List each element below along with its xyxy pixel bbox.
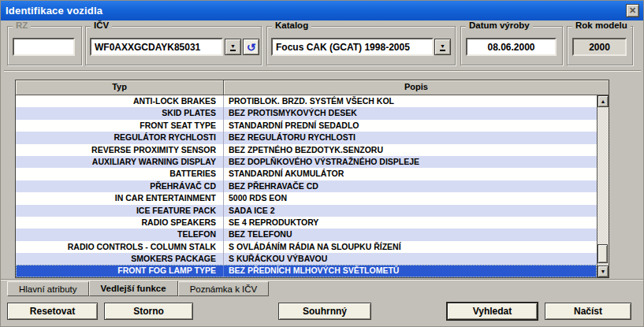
table-row[interactable]: RADIO CONTROLS - COLUMN STALKS OVLÁDÁNÍM…: [16, 241, 597, 253]
scrollbar-thumb[interactable]: [597, 244, 608, 263]
table-row[interactable]: SKID PLATESBEZ PROTISMYKOVÝCH DESEK: [16, 107, 597, 119]
summary-button[interactable]: Souhrnný: [278, 303, 371, 320]
reset-button[interactable]: Resetovat: [7, 303, 98, 320]
table-row[interactable]: SMOKERS PACKAGES KUŘÁCKOU VÝBAVOU: [16, 253, 597, 265]
model-year-value: [572, 38, 627, 56]
scrollbar-track[interactable]: [597, 107, 609, 266]
cell-popis: PROTIBLOK. BRZD. SYSTÉM VŠECH KOL: [224, 95, 597, 107]
cell-typ: BATTERIES: [16, 168, 224, 180]
cell-popis: BEZ DOPLŇKOVÉHO VÝSTRAŽNÉHO DISPLEJE: [224, 156, 597, 168]
cell-typ: IN CAR ENTERTAINMENT: [16, 192, 224, 204]
separator: [4, 70, 641, 72]
cell-popis: BEZ ZPETNÉHO BEZDOTYK.SENZORU: [224, 144, 597, 156]
cell-typ: ANTI-LOCK BRAKES: [16, 95, 224, 107]
katalog-group: Katalog ▼: [266, 26, 456, 65]
model-year-group: Rok modelu: [567, 26, 633, 65]
icv-dropdown-button[interactable]: ▼: [225, 39, 241, 55]
dropdown-arrow-icon: ▼: [440, 43, 445, 51]
table-row[interactable]: TELEFONBEZ TELEFONU: [16, 229, 597, 240]
scroll-up-button[interactable]: ▲: [597, 95, 609, 107]
icv-undo-button[interactable]: ↺: [243, 39, 259, 55]
vertical-scrollbar[interactable]: ▲ ▼: [597, 95, 609, 277]
production-date-label: Datum výroby: [466, 20, 533, 30]
attributes-table: Typ Popis ANTI-LOCK BRAKESPROTIBLOK. BRZ…: [15, 80, 609, 278]
window-title: Identifikace vozidla: [6, 5, 102, 17]
cell-popis: BEZ PŘEHRAVAČE CD: [224, 180, 597, 192]
cell-typ: SMOKERS PACKAGE: [16, 253, 224, 265]
rz-input[interactable]: [13, 38, 75, 56]
cell-typ: PŘEHRÁVAČ CD: [16, 180, 224, 192]
table-row[interactable]: FRONT FOG LAMP TYPEBEZ PŘEDNÍCH MLHOVÝCH…: [16, 265, 597, 277]
cell-popis: STANDARDNÍ AKUMULÁTOR: [224, 168, 597, 180]
cell-typ: FRONT FOG LAMP TYPE: [16, 265, 224, 277]
table-row[interactable]: IN CAR ENTERTAINMENT5000 RDS EON: [16, 192, 597, 204]
icv-input[interactable]: [90, 38, 223, 56]
cell-popis: STANDARDNÍ PREDNÍ SEDADLO: [224, 120, 597, 132]
production-date-group: Datum výroby: [460, 26, 563, 65]
katalog-label: Katalog: [272, 20, 311, 30]
table-body: ANTI-LOCK BRAKESPROTIBLOK. BRZD. SYSTÉM …: [16, 95, 597, 277]
rz-label: RZ: [13, 20, 31, 30]
table-row[interactable]: REGULÁTOR RYCHLOSTIBEZ REGULÁTORU RYCHLO…: [16, 132, 597, 143]
table-row[interactable]: BATTERIESSTANDARDNÍ AKUMULÁTOR: [16, 168, 597, 180]
cell-popis: BEZ PROTISMYKOVÝCH DESEK: [224, 107, 597, 119]
cell-typ: RADIO SPEAKERS: [16, 217, 224, 229]
close-button[interactable]: ✕: [626, 4, 639, 17]
katalog-input[interactable]: [271, 38, 434, 56]
model-year-label: Rok modelu: [572, 20, 631, 30]
table-row[interactable]: ICE FEATURE PACKSADA ICE 2: [16, 205, 597, 217]
table-row[interactable]: FRONT SEAT TYPESTANDARDNÍ PREDNÍ SEDADLO: [16, 120, 597, 132]
tab-bar: Hlavní atributy Vedlejší funkce Poznámka…: [7, 281, 269, 297]
cell-typ: FRONT SEAT TYPE: [16, 120, 224, 132]
cell-typ: AUXILIARY WARNING DISPLAY: [16, 156, 224, 168]
cell-popis: S OVLÁDÁNÍM RÁDIA NA SLOUPKU ŘÍZENÍ: [224, 241, 597, 253]
production-date-input[interactable]: [466, 38, 557, 56]
rz-group: RZ: [7, 26, 82, 65]
cell-popis: 5000 RDS EON: [224, 192, 597, 204]
cell-popis: SADA ICE 2: [224, 205, 597, 217]
table-row[interactable]: RADIO SPEAKERSSE 4 REPRODUKTORY: [16, 217, 597, 229]
table-header: Typ Popis: [16, 80, 609, 95]
icv-label: IČV: [91, 20, 112, 30]
cell-typ: REGULÁTOR RYCHLOSTI: [16, 132, 224, 143]
title-bar[interactable]: Identifikace vozidla ✕: [1, 1, 643, 20]
cell-popis: BEZ TELEFONU: [224, 229, 597, 240]
table-row[interactable]: AUXILIARY WARNING DISPLAYBEZ DOPLŇKOVÉHO…: [16, 156, 597, 168]
scroll-down-button[interactable]: ▼: [597, 266, 609, 277]
cell-typ: REVERSE PROXIMITY SENSOR: [16, 144, 224, 156]
tab-vedlejsi-funkce[interactable]: Vedlejší funkce: [89, 281, 178, 296]
column-header-popis[interactable]: Popis: [224, 80, 609, 95]
cell-typ: SKID PLATES: [16, 107, 224, 119]
dropdown-arrow-icon: ▼: [230, 43, 236, 51]
cancel-button[interactable]: Storno: [104, 303, 193, 320]
cell-typ: ICE FEATURE PACK: [16, 205, 224, 217]
undo-icon: ↺: [247, 42, 256, 53]
table-row[interactable]: ANTI-LOCK BRAKESPROTIBLOK. BRZD. SYSTÉM …: [16, 95, 597, 107]
table-row[interactable]: REVERSE PROXIMITY SENSORBEZ ZPETNÉHO BEZ…: [16, 144, 597, 156]
close-icon: ✕: [629, 6, 636, 15]
table-row[interactable]: PŘEHRÁVAČ CDBEZ PŘEHRAVAČE CD: [16, 180, 597, 192]
search-button[interactable]: Vyhledat: [446, 302, 538, 321]
vehicle-identification-dialog: Identifikace vozidla ✕ RZ IČV ▼ ↺ Katalo…: [0, 0, 644, 327]
cell-popis: BEZ PŘEDNÍCH MLHOVÝCH SVĚTLOMETŮ: [224, 265, 597, 277]
column-header-typ[interactable]: Typ: [16, 80, 224, 95]
load-button[interactable]: Načíst: [545, 303, 631, 320]
cell-popis: BEZ REGULÁTORU RYCHLOSTI: [224, 132, 597, 143]
cell-typ: RADIO CONTROLS - COLUMN STALK: [16, 241, 224, 253]
icv-group: IČV ▼ ↺: [85, 26, 262, 65]
cell-popis: SE 4 REPRODUKTORY: [224, 217, 597, 229]
tab-poznamka-k-icv[interactable]: Poznámka k IČV: [178, 281, 270, 296]
tab-hlavni-atributy[interactable]: Hlavní atributy: [7, 281, 89, 296]
katalog-dropdown-button[interactable]: ▼: [434, 39, 451, 55]
cell-typ: TELEFON: [16, 229, 224, 240]
cell-popis: S KUŘÁCKOU VÝBAVOU: [224, 253, 597, 265]
